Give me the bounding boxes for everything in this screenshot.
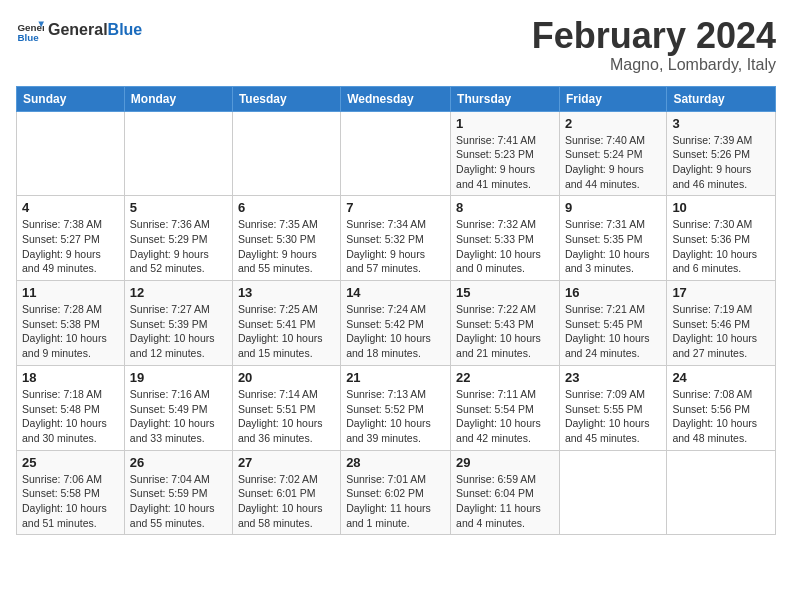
- day-cell-26: 26Sunrise: 7:04 AM Sunset: 5:59 PM Dayli…: [124, 450, 232, 535]
- day-cell-7: 7Sunrise: 7:34 AM Sunset: 5:32 PM Daylig…: [341, 196, 451, 281]
- logo-text-general: General: [48, 21, 108, 38]
- day-cell-8: 8Sunrise: 7:32 AM Sunset: 5:33 PM Daylig…: [451, 196, 560, 281]
- day-number: 24: [672, 370, 770, 385]
- day-detail: Sunrise: 7:36 AM Sunset: 5:29 PM Dayligh…: [130, 217, 227, 276]
- day-number: 28: [346, 455, 445, 470]
- day-number: 6: [238, 200, 335, 215]
- day-detail: Sunrise: 7:18 AM Sunset: 5:48 PM Dayligh…: [22, 387, 119, 446]
- week-row-3: 11Sunrise: 7:28 AM Sunset: 5:38 PM Dayli…: [17, 281, 776, 366]
- day-cell-12: 12Sunrise: 7:27 AM Sunset: 5:39 PM Dayli…: [124, 281, 232, 366]
- day-cell-22: 22Sunrise: 7:11 AM Sunset: 5:54 PM Dayli…: [451, 365, 560, 450]
- day-detail: Sunrise: 7:30 AM Sunset: 5:36 PM Dayligh…: [672, 217, 770, 276]
- day-number: 3: [672, 116, 770, 131]
- day-cell-23: 23Sunrise: 7:09 AM Sunset: 5:55 PM Dayli…: [559, 365, 666, 450]
- day-detail: Sunrise: 7:09 AM Sunset: 5:55 PM Dayligh…: [565, 387, 661, 446]
- day-number: 22: [456, 370, 554, 385]
- day-detail: Sunrise: 7:11 AM Sunset: 5:54 PM Dayligh…: [456, 387, 554, 446]
- day-number: 19: [130, 370, 227, 385]
- day-number: 2: [565, 116, 661, 131]
- day-number: 20: [238, 370, 335, 385]
- day-number: 21: [346, 370, 445, 385]
- day-number: 25: [22, 455, 119, 470]
- header-thursday: Thursday: [451, 86, 560, 111]
- day-number: 14: [346, 285, 445, 300]
- day-cell-24: 24Sunrise: 7:08 AM Sunset: 5:56 PM Dayli…: [667, 365, 776, 450]
- day-cell-2: 2Sunrise: 7:40 AM Sunset: 5:24 PM Daylig…: [559, 111, 666, 196]
- day-number: 27: [238, 455, 335, 470]
- header-monday: Monday: [124, 86, 232, 111]
- day-number: 18: [22, 370, 119, 385]
- day-number: 1: [456, 116, 554, 131]
- day-cell-6: 6Sunrise: 7:35 AM Sunset: 5:30 PM Daylig…: [232, 196, 340, 281]
- day-detail: Sunrise: 6:59 AM Sunset: 6:04 PM Dayligh…: [456, 472, 554, 531]
- day-cell-17: 17Sunrise: 7:19 AM Sunset: 5:46 PM Dayli…: [667, 281, 776, 366]
- day-detail: Sunrise: 7:25 AM Sunset: 5:41 PM Dayligh…: [238, 302, 335, 361]
- header-tuesday: Tuesday: [232, 86, 340, 111]
- day-cell-27: 27Sunrise: 7:02 AM Sunset: 6:01 PM Dayli…: [232, 450, 340, 535]
- day-detail: Sunrise: 7:31 AM Sunset: 5:35 PM Dayligh…: [565, 217, 661, 276]
- day-number: 26: [130, 455, 227, 470]
- day-detail: Sunrise: 7:38 AM Sunset: 5:27 PM Dayligh…: [22, 217, 119, 276]
- header-saturday: Saturday: [667, 86, 776, 111]
- week-row-4: 18Sunrise: 7:18 AM Sunset: 5:48 PM Dayli…: [17, 365, 776, 450]
- day-detail: Sunrise: 7:41 AM Sunset: 5:23 PM Dayligh…: [456, 133, 554, 192]
- day-detail: Sunrise: 7:27 AM Sunset: 5:39 PM Dayligh…: [130, 302, 227, 361]
- day-detail: Sunrise: 7:34 AM Sunset: 5:32 PM Dayligh…: [346, 217, 445, 276]
- day-detail: Sunrise: 7:13 AM Sunset: 5:52 PM Dayligh…: [346, 387, 445, 446]
- day-detail: Sunrise: 7:24 AM Sunset: 5:42 PM Dayligh…: [346, 302, 445, 361]
- day-number: 23: [565, 370, 661, 385]
- day-number: 29: [456, 455, 554, 470]
- week-row-2: 4Sunrise: 7:38 AM Sunset: 5:27 PM Daylig…: [17, 196, 776, 281]
- day-number: 10: [672, 200, 770, 215]
- day-cell-21: 21Sunrise: 7:13 AM Sunset: 5:52 PM Dayli…: [341, 365, 451, 450]
- empty-cell: [341, 111, 451, 196]
- day-detail: Sunrise: 7:40 AM Sunset: 5:24 PM Dayligh…: [565, 133, 661, 192]
- logo: General Blue GeneralBlue: [16, 16, 142, 44]
- empty-cell: [232, 111, 340, 196]
- day-cell-19: 19Sunrise: 7:16 AM Sunset: 5:49 PM Dayli…: [124, 365, 232, 450]
- day-detail: Sunrise: 7:14 AM Sunset: 5:51 PM Dayligh…: [238, 387, 335, 446]
- day-detail: Sunrise: 7:01 AM Sunset: 6:02 PM Dayligh…: [346, 472, 445, 531]
- week-row-1: 1Sunrise: 7:41 AM Sunset: 5:23 PM Daylig…: [17, 111, 776, 196]
- day-number: 13: [238, 285, 335, 300]
- logo-text-blue: Blue: [108, 21, 143, 38]
- day-detail: Sunrise: 7:19 AM Sunset: 5:46 PM Dayligh…: [672, 302, 770, 361]
- day-number: 15: [456, 285, 554, 300]
- day-detail: Sunrise: 7:28 AM Sunset: 5:38 PM Dayligh…: [22, 302, 119, 361]
- day-detail: Sunrise: 7:16 AM Sunset: 5:49 PM Dayligh…: [130, 387, 227, 446]
- day-cell-3: 3Sunrise: 7:39 AM Sunset: 5:26 PM Daylig…: [667, 111, 776, 196]
- day-number: 8: [456, 200, 554, 215]
- location-subtitle: Magno, Lombardy, Italy: [532, 56, 776, 74]
- day-cell-11: 11Sunrise: 7:28 AM Sunset: 5:38 PM Dayli…: [17, 281, 125, 366]
- day-detail: Sunrise: 7:06 AM Sunset: 5:58 PM Dayligh…: [22, 472, 119, 531]
- day-cell-15: 15Sunrise: 7:22 AM Sunset: 5:43 PM Dayli…: [451, 281, 560, 366]
- day-cell-14: 14Sunrise: 7:24 AM Sunset: 5:42 PM Dayli…: [341, 281, 451, 366]
- day-cell-10: 10Sunrise: 7:30 AM Sunset: 5:36 PM Dayli…: [667, 196, 776, 281]
- day-number: 7: [346, 200, 445, 215]
- week-row-5: 25Sunrise: 7:06 AM Sunset: 5:58 PM Dayli…: [17, 450, 776, 535]
- empty-cell: [667, 450, 776, 535]
- day-number: 11: [22, 285, 119, 300]
- calendar-header-row: SundayMondayTuesdayWednesdayThursdayFrid…: [17, 86, 776, 111]
- day-cell-29: 29Sunrise: 6:59 AM Sunset: 6:04 PM Dayli…: [451, 450, 560, 535]
- day-cell-4: 4Sunrise: 7:38 AM Sunset: 5:27 PM Daylig…: [17, 196, 125, 281]
- empty-cell: [124, 111, 232, 196]
- header-wednesday: Wednesday: [341, 86, 451, 111]
- day-cell-9: 9Sunrise: 7:31 AM Sunset: 5:35 PM Daylig…: [559, 196, 666, 281]
- day-detail: Sunrise: 7:21 AM Sunset: 5:45 PM Dayligh…: [565, 302, 661, 361]
- day-detail: Sunrise: 7:04 AM Sunset: 5:59 PM Dayligh…: [130, 472, 227, 531]
- day-cell-25: 25Sunrise: 7:06 AM Sunset: 5:58 PM Dayli…: [17, 450, 125, 535]
- header-friday: Friday: [559, 86, 666, 111]
- calendar-table: SundayMondayTuesdayWednesdayThursdayFrid…: [16, 86, 776, 536]
- day-cell-1: 1Sunrise: 7:41 AM Sunset: 5:23 PM Daylig…: [451, 111, 560, 196]
- day-number: 12: [130, 285, 227, 300]
- empty-cell: [17, 111, 125, 196]
- title-block: February 2024 Magno, Lombardy, Italy: [532, 16, 776, 74]
- empty-cell: [559, 450, 666, 535]
- day-number: 9: [565, 200, 661, 215]
- month-title: February 2024: [532, 16, 776, 56]
- logo-icon: General Blue: [16, 16, 44, 44]
- day-detail: Sunrise: 7:39 AM Sunset: 5:26 PM Dayligh…: [672, 133, 770, 192]
- day-number: 17: [672, 285, 770, 300]
- day-detail: Sunrise: 7:35 AM Sunset: 5:30 PM Dayligh…: [238, 217, 335, 276]
